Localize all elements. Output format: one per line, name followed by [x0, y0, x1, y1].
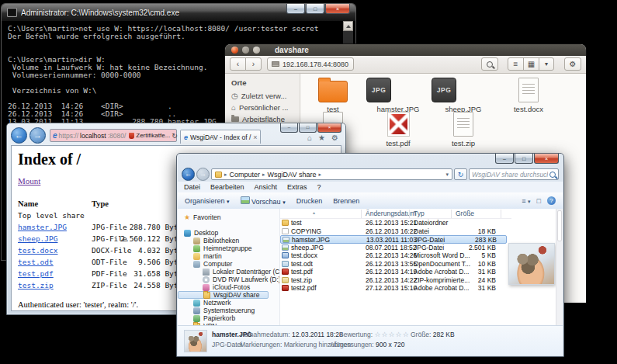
gear-icon[interactable]: ⚙ — [331, 133, 338, 142]
tree-item-control-panel[interactable]: Systemsteuerung — [178, 307, 279, 314]
mount-link[interactable]: Mount — [18, 176, 40, 185]
address-dropdown-icon[interactable]: ▾ — [445, 172, 449, 178]
file-item[interactable]: test.pdf — [366, 109, 430, 147]
burn-button[interactable]: Brennen — [333, 197, 359, 205]
column-size[interactable]: Größe — [456, 210, 474, 217]
tree-item-network[interactable]: Netzwerk — [178, 299, 279, 307]
maximize-button[interactable]: □ — [306, 4, 324, 14]
desktop: Administrator: C:\Windows\system32\cmd.e… — [0, 0, 617, 364]
forward-button[interactable]: › — [245, 57, 262, 71]
file-row[interactable]: test.pdf26.12.2013 14:19 Adobe Acrobat D… — [280, 268, 511, 276]
hdd-icon — [203, 269, 210, 276]
close-button[interactable] — [231, 47, 238, 54]
url-scheme: https:// — [59, 132, 79, 140]
location-button[interactable]: 192.168.178.44:8080 — [267, 57, 354, 71]
pdf-file-icon — [387, 112, 410, 137]
view-options-button[interactable]: ▾ — [539, 57, 554, 71]
file-row[interactable]: test2.pdf27.12.2013 15:10 Adobe Acrobat … — [280, 284, 511, 293]
scroll-up-icon[interactable] — [343, 21, 353, 31]
tree-item-drive-c[interactable]: Lokaler Datenträger (C:) — [178, 268, 279, 276]
scrollbar[interactable] — [556, 209, 563, 326]
browser-tab[interactable]: e WsgiDAV - Index of / × — [180, 130, 261, 144]
settings-button[interactable]: ⚙ — [564, 57, 581, 71]
file-link[interactable]: hamster.JPG — [18, 221, 67, 233]
address-bar[interactable]: e https://localhost:8080/ Zertifikatfe..… — [50, 129, 177, 142]
minimize-button[interactable]: – — [495, 154, 514, 164]
grid-view-button[interactable]: ▦ — [523, 57, 539, 71]
file-row[interactable]: COPYING26.12.2013 16:22 Datei18 KB — [280, 227, 511, 236]
file-row[interactable]: test.docx26.12.2013 14:26 Microsoft Word… — [280, 251, 511, 260]
minimize-button[interactable] — [242, 47, 249, 54]
file-row-selected[interactable]: hamster.JPG13.03.2011 11:03 JPG-Datei283… — [280, 235, 507, 244]
print-button[interactable]: Drucken — [296, 197, 323, 205]
refresh-icon[interactable]: ↻ — [172, 132, 178, 140]
refresh-button[interactable]: ↻ — [454, 168, 467, 180]
tree-item-wsgidav-share[interactable]: WsgiDAV share — [178, 291, 269, 299]
tree-item-computer[interactable]: Computer — [178, 260, 279, 268]
tab-close-icon[interactable]: × — [253, 133, 257, 141]
tree-item-recycle-bin[interactable]: Papierkorb — [178, 314, 279, 322]
tree-item-dvd[interactable]: DVD RW Laufwerk (D:) — [178, 276, 279, 283]
file-link[interactable]: test.odt — [18, 256, 54, 268]
forward-button[interactable]: → — [196, 168, 210, 181]
file-item[interactable]: JPG hamster.JPG — [366, 75, 430, 113]
search-box[interactable] — [469, 168, 559, 180]
file-item[interactable]: test — [301, 75, 365, 113]
close-button[interactable]: × — [534, 154, 559, 164]
file-row[interactable]: test26.12.2013 15:21 Dateiordner — [280, 219, 511, 227]
tree-item-libraries[interactable]: Bibliotheken — [178, 237, 279, 244]
tree-item-homegroup[interactable]: Heimnetzgruppe — [178, 244, 279, 252]
certificate-error-button[interactable]: Zertifikatfe... — [136, 132, 170, 139]
tree-item-desktop[interactable]: Desktop — [178, 229, 279, 237]
maximize-button[interactable]: □ — [515, 154, 533, 164]
file-link[interactable]: test.pdf — [18, 268, 54, 279]
menu-extras[interactable]: Extras — [287, 183, 307, 191]
minimize-button[interactable]: – — [286, 4, 305, 14]
libraries-icon — [193, 237, 200, 244]
tree-item-favorites[interactable]: ★Favoriten — [178, 213, 279, 221]
back-button[interactable]: ← — [182, 168, 195, 181]
menu-help[interactable]: ? — [317, 183, 321, 191]
column-type[interactable]: Typ — [414, 210, 425, 217]
breadcrumb-current[interactable]: WsgiDAV share — [268, 171, 317, 179]
breadcrumb-computer[interactable]: Computer — [230, 171, 261, 179]
nautilus-titlebar[interactable]: davshare — [225, 44, 586, 56]
file-row[interactable]: sheep.JPG08.07.2011 18:52 JPG-Datei2.501… — [280, 244, 511, 252]
search-button[interactable] — [481, 57, 498, 71]
network-share-icon — [272, 61, 279, 67]
maximize-button[interactable] — [253, 47, 260, 54]
menu-file[interactable]: Datei — [184, 183, 200, 191]
search-input[interactable] — [472, 171, 548, 179]
file-row[interactable]: test.zip26.12.2013 14:22 ZIP-komprimiert… — [280, 276, 511, 285]
menu-edit[interactable]: Bearbeiten — [210, 183, 244, 191]
file-item[interactable]: test.docx — [497, 75, 560, 113]
breadcrumb[interactable]: ▸ Computer ▸ WsgiDAV share ▸ ▾ — [211, 168, 452, 180]
search-icon — [487, 61, 493, 68]
preview-pane-button[interactable]: □ — [537, 197, 541, 205]
file-link[interactable]: sheep.JPG — [18, 233, 57, 244]
file-row[interactable]: test.odt26.12.2013 13:55 OpenDocument T.… — [280, 260, 511, 269]
forward-button[interactable]: → — [29, 127, 46, 144]
file-link[interactable]: test.docx — [18, 244, 57, 256]
home-icon[interactable]: ⌂ — [307, 133, 312, 142]
back-button[interactable]: ← — [11, 127, 27, 144]
tree-item-icloud[interactable]: iCloud-Fotos — [178, 283, 279, 291]
sidebar-item-home[interactable]: ⌂ Persönlicher ... — [225, 102, 300, 113]
favorites-star-icon[interactable]: ★ — [318, 133, 325, 142]
explorer-window[interactable]: – □ × ← → ▸ Computer ▸ WsgiDAV share ▸ ▾… — [176, 153, 564, 357]
tree-item-user[interactable]: martin — [178, 252, 279, 260]
views-button[interactable]: ≡ ▾ — [522, 197, 530, 205]
organize-button[interactable]: Organisieren ▾ — [185, 197, 230, 205]
file-item[interactable]: JPG sheep.JPG — [432, 75, 495, 113]
back-button[interactable]: ‹ — [230, 57, 246, 71]
close-button[interactable]: × — [325, 4, 350, 14]
file-link[interactable]: test.zip — [18, 279, 54, 291]
sidebar-item-recent[interactable]: ◷ Zuletzt verw... — [225, 90, 300, 102]
file-item[interactable]: test.zip — [432, 109, 495, 147]
sidebar-heading: Orte — [225, 77, 300, 90]
rating-stars[interactable]: ☆☆☆☆☆ — [374, 331, 409, 338]
preview-button[interactable]: Vorschau ▾ — [241, 196, 286, 206]
list-view-button[interactable]: ≡ — [508, 57, 524, 71]
menu-view[interactable]: Ansicht — [255, 183, 278, 191]
help-icon[interactable]: ? — [547, 196, 556, 205]
